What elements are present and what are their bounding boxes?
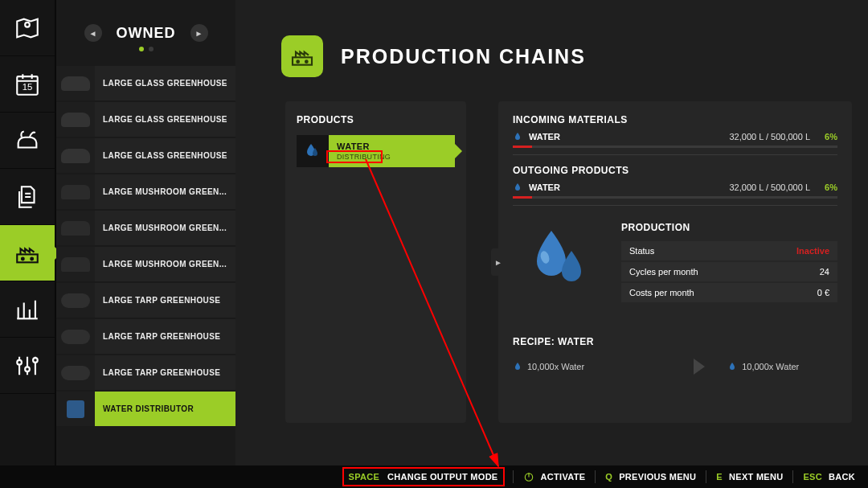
owned-page-dots (56, 47, 235, 51)
calendar-icon: 15 (14, 71, 41, 98)
owned-next[interactable]: ► (190, 24, 208, 42)
production-row: Costs per month0 € (621, 283, 837, 302)
statistics-icon (14, 296, 41, 323)
rail-animals[interactable] (0, 113, 55, 169)
svg-rect-9 (293, 57, 312, 64)
owned-item[interactable]: LARGE MUSHROOM GREEN... (56, 174, 235, 211)
water-icon (303, 141, 322, 161)
owned-column: ◄ OWNED ► LARGE GLASS GREENHOUSELARGE GL… (56, 0, 235, 488)
footer-next-menu[interactable]: E NEXT MENU (714, 472, 784, 482)
rail-statistics[interactable] (0, 281, 55, 338)
owned-item-label: LARGE MUSHROOM GREEN... (95, 260, 227, 269)
key-q: Q (605, 472, 612, 482)
svg-text:15: 15 (23, 82, 33, 92)
recipe-arrow-icon (694, 359, 705, 375)
outgoing-title: OUTGOING PRODUCTS (513, 165, 837, 176)
production-row-value: 0 € (817, 288, 829, 297)
footer-prev-menu[interactable]: Q PREVIOUS MENU (604, 472, 698, 482)
main-panel: PRODUCTION CHAINS PRODUCTS WATER DISTRIB… (235, 0, 868, 488)
svg-point-8 (33, 358, 38, 363)
production-row-label: Cycles per month (629, 267, 698, 277)
dot (149, 47, 154, 51)
owned-item[interactable]: LARGE GLASS GREENHOUSE (56, 102, 235, 138)
footer-change-output-mode[interactable]: SPACE CHANGE OUTPUT MODE (342, 467, 505, 486)
owned-thumb (56, 283, 95, 318)
svg-point-5 (31, 257, 33, 260)
owned-item[interactable]: LARGE TARP GREENHOUSE (56, 355, 235, 392)
water-drop-icon (513, 132, 522, 141)
svg-point-6 (17, 359, 22, 364)
recipe-title: RECIPE: WATER (513, 336, 837, 347)
owned-item[interactable]: LARGE TARP GREENHOUSE (56, 283, 235, 319)
product-name: WATER (337, 141, 447, 151)
owned-thumb (56, 319, 95, 354)
footer-activate[interactable]: ACTIVATE (522, 471, 588, 482)
incoming-title: INCOMING MATERIALS (513, 114, 837, 125)
rail-calendar[interactable]: 15 (0, 56, 55, 113)
key-e: E (716, 472, 723, 482)
settings-icon (14, 352, 41, 379)
incoming-amount: 32,000 L / 500,000 L (729, 132, 810, 141)
incoming-row: WATER 32,000 L / 500,000 L 6% (513, 132, 837, 155)
production-table: PRODUCTION StatusInactiveCycles per mont… (621, 222, 837, 304)
production-row: Cycles per month24 (621, 262, 837, 281)
production-row-label: Status (629, 246, 654, 256)
label-prev-menu: PREVIOUS MENU (619, 472, 696, 482)
owned-item[interactable]: WATER DISTRIBUTOR (56, 392, 235, 428)
page-title: PRODUCTION CHAINS (341, 45, 586, 68)
owned-item[interactable]: LARGE GLASS GREENHOUSE (56, 66, 235, 102)
product-mode: DISTRIBUTING (337, 153, 447, 161)
recipe-input-text: 10,000x Water (527, 362, 584, 371)
products-panel: PRODUCTS WATER DISTRIBUTING (285, 101, 466, 423)
owned-item-label: LARGE TARP GREENHOUSE (95, 296, 220, 305)
footer-bar: SPACE CHANGE OUTPUT MODE ACTIVATE Q PREV… (0, 465, 868, 488)
owned-item-label: LARGE MUSHROOM GREEN... (95, 223, 227, 232)
owned-thumb (56, 247, 95, 281)
owned-thumb (56, 66, 95, 100)
recipe-input: 10,000x Water (513, 362, 584, 371)
expand-toggle[interactable]: ► (491, 248, 506, 276)
outgoing-amount: 32,000 L / 500,000 L (729, 182, 810, 192)
outgoing-pct: 6% (817, 182, 837, 192)
rail-production[interactable] (0, 225, 55, 281)
owned-item[interactable]: LARGE MUSHROOM GREEN... (56, 211, 235, 247)
incoming-name: WATER (529, 132, 560, 141)
owned-item-label: WATER DISTRIBUTOR (95, 404, 194, 413)
product-body: WATER DISTRIBUTING (329, 135, 455, 167)
label-back: BACK (829, 472, 855, 482)
label-activate: ACTIVATE (541, 472, 586, 482)
owned-item-label: LARGE TARP GREENHOUSE (95, 332, 220, 341)
production-icon (14, 240, 41, 267)
water-drop-icon (513, 182, 522, 192)
owned-item-label: LARGE MUSHROOM GREEN... (95, 187, 227, 196)
footer-back[interactable]: ESC BACK (801, 472, 857, 482)
water-drop-icon (513, 362, 522, 371)
svg-rect-3 (17, 254, 38, 262)
documents-icon (14, 183, 41, 211)
production-row-label: Costs per month (629, 288, 694, 297)
label-next-menu: NEXT MENU (729, 472, 783, 482)
owned-item[interactable]: LARGE TARP GREENHOUSE (56, 319, 235, 355)
svg-point-4 (22, 257, 24, 260)
owned-prev[interactable]: ◄ (84, 24, 102, 42)
owned-item[interactable]: LARGE MUSHROOM GREEN... (56, 247, 235, 283)
power-icon (523, 471, 534, 482)
svg-point-0 (25, 22, 30, 27)
rail-settings[interactable] (0, 338, 55, 394)
outgoing-progress (513, 196, 837, 199)
key-esc: ESC (803, 472, 822, 482)
owned-thumb (56, 138, 95, 173)
product-preview-icon (513, 222, 605, 304)
rail-documents[interactable] (0, 169, 55, 225)
outgoing-name: WATER (529, 182, 560, 192)
product-card[interactable]: WATER DISTRIBUTING (297, 135, 455, 167)
water-drop-icon (727, 362, 737, 371)
owned-item-label: LARGE GLASS GREENHOUSE (95, 115, 227, 124)
rail-map[interactable] (0, 0, 55, 56)
svg-point-11 (305, 60, 308, 63)
owned-title: OWNED (117, 25, 176, 42)
page-icon (281, 35, 323, 77)
water-large-icon (527, 227, 592, 299)
owned-item[interactable]: LARGE GLASS GREENHOUSE (56, 138, 235, 174)
label-change-output: CHANGE OUTPUT MODE (387, 472, 497, 482)
